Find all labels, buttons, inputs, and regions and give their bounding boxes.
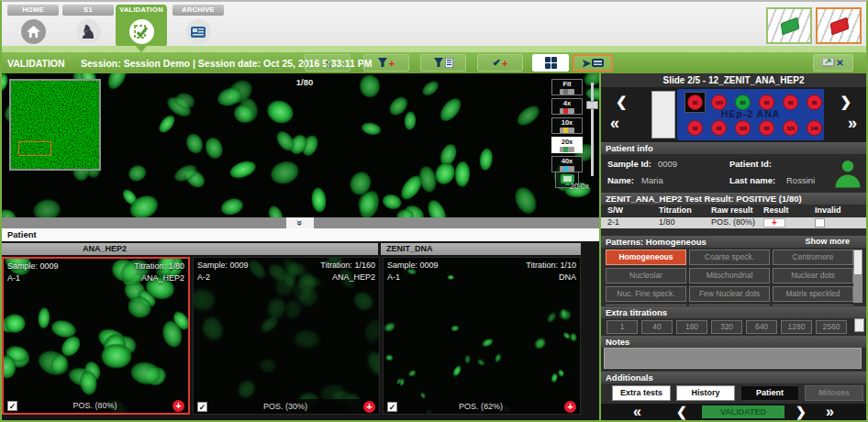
pattern-button-centromere[interactable]: Centromere (773, 250, 853, 265)
mitoses-button[interactable]: Mitoses (805, 385, 863, 401)
titration-button-1[interactable]: 1 (606, 320, 638, 334)
tab-home[interactable]: HOME (7, 5, 59, 46)
zoom-slider-thumb[interactable] (586, 101, 598, 109)
last-sample-button[interactable]: » (826, 404, 834, 420)
raw-result-value: POS. (80%) (711, 217, 755, 227)
thumb-titration: Titration: 1/80 (134, 261, 184, 271)
document-icon (445, 58, 453, 68)
overview-minimap[interactable] (9, 79, 101, 171)
show-more-link[interactable]: Show more (805, 236, 850, 248)
titration-button-320[interactable]: 320 (711, 320, 742, 334)
pattern-button-hidden[interactable] (689, 305, 770, 305)
tab-validation-label: VALIDATION (116, 5, 167, 16)
zoom-4x-button[interactable]: 4x (551, 98, 583, 115)
extra-titrations-row: 1 40 160 320 640 1280 2560 (601, 320, 866, 337)
thumbnail-zenit-dna-1-10[interactable]: Sample: 0009 Titration: 1/10 A-1 DNA ✓ P… (383, 257, 581, 415)
tab-accent-strip (0, 46, 868, 52)
red-key-keyboard[interactable] (816, 7, 862, 44)
patterns-scrollbar-thumb[interactable] (854, 250, 862, 274)
last-well-button[interactable]: » (848, 117, 857, 130)
positive-plus-icon[interactable]: + (564, 401, 576, 413)
zoom-20x-button[interactable]: 20x (551, 137, 583, 153)
filter-icon (378, 58, 388, 68)
pattern-button-matrix-speckled[interactable]: Matrix speckled (773, 286, 853, 302)
group-header-ana-hep2[interactable]: ANA_HEP2 (2, 243, 378, 255)
patient-person-icon[interactable] (832, 156, 863, 191)
thumb-result: POS. (82%) (397, 402, 564, 411)
tab-s1[interactable]: S1 (62, 5, 114, 46)
send-to-archive-button[interactable]: ➤ (573, 54, 613, 72)
patient-id-label: Patient Id: (729, 159, 772, 169)
green-key-keyboard[interactable] (766, 7, 812, 44)
thumb-checkbox[interactable]: ✓ (197, 402, 207, 412)
zoom-40x-button[interactable]: 40x (551, 156, 583, 172)
thumb-checkbox[interactable]: ✓ (7, 401, 17, 411)
validated-status-button[interactable]: VALIDATED (702, 405, 785, 418)
pattern-button-coarse-speck[interactable]: Coarse speck. (689, 250, 770, 265)
thumb-test-name: ANA_HEP2 (332, 272, 375, 282)
pattern-button-few-nuclear-dots[interactable]: Few Nuclear dots (689, 286, 770, 302)
pattern-button-nuc-fine-speck[interactable]: Nuc. Fine speck. (606, 286, 686, 302)
sort-button[interactable]: ↑↓ (305, 54, 351, 72)
titration-button-40[interactable]: 40 (641, 320, 673, 334)
first-well-button[interactable]: « (610, 117, 619, 130)
notes-textarea[interactable] (604, 348, 862, 369)
well[interactable]: 80 (759, 120, 774, 136)
next-sample-button[interactable]: ❯ (796, 404, 807, 420)
close-session-button[interactable]: ✕ (813, 54, 853, 72)
pattern-button-hidden[interactable] (606, 305, 686, 305)
well[interactable]: 160 (735, 120, 751, 136)
pattern-button-mitochondrial[interactable]: Mitochondrial (689, 268, 770, 283)
positive-plus-icon[interactable]: + (172, 400, 184, 412)
group-header-zenit-dna[interactable]: ZENIT_DNA (381, 243, 581, 255)
pattern-button-nucleolar[interactable]: Nucleolar (606, 268, 686, 283)
next-well-button[interactable]: ❯ (840, 94, 851, 108)
sample-id-value: 0009 (658, 159, 677, 169)
well[interactable]: 140 (807, 120, 822, 136)
well[interactable]: 320 (783, 120, 798, 136)
pattern-button-hidden[interactable] (773, 305, 853, 305)
positive-plus-icon[interactable]: + (363, 401, 375, 413)
sort-icon: ↑↓ (325, 58, 331, 69)
titration-value: 1/80 (659, 217, 675, 227)
validate-add-button[interactable]: ✔ + (477, 54, 523, 72)
titration-button-2560[interactable]: 2560 (816, 320, 847, 334)
zoom-fit-button[interactable]: Fit (551, 79, 583, 95)
history-button[interactable]: History (676, 385, 735, 401)
zoom-slider-track[interactable] (591, 83, 594, 176)
collapse-panel-button[interactable]: » (286, 217, 314, 228)
session-bar-title: VALIDATION (7, 58, 65, 69)
tab-archive[interactable]: ARCHIVE (172, 5, 224, 46)
collapse-bar: » (2, 217, 599, 228)
titration-button-1280[interactable]: 1280 (781, 320, 812, 334)
grid-view-button[interactable] (532, 54, 569, 72)
minimap-view-rectangle[interactable] (18, 141, 51, 156)
well[interactable]: 80 (687, 120, 703, 136)
test-result-row[interactable]: 2-1 1/80 POS. (80%) + (601, 217, 866, 228)
filter-report-button[interactable] (420, 54, 466, 72)
invalid-checkbox[interactable] (815, 218, 825, 228)
well[interactable]: 80 (711, 120, 727, 136)
pattern-button-homogeneous[interactable]: Homogeneous (606, 250, 686, 265)
titration-button-160[interactable]: 160 (676, 320, 707, 334)
thumb-well: A-1 (7, 273, 20, 283)
titrations-scrollbar-thumb[interactable] (854, 318, 864, 332)
filter-add-button[interactable]: + (363, 54, 409, 72)
test-result-columns: S/W Titration Raw result Result Invalid (601, 205, 866, 217)
patterns-scrollbar[interactable] (853, 250, 862, 303)
prev-sample-button[interactable]: ❮ (676, 404, 687, 420)
tab-validation[interactable]: VALIDATION (116, 5, 167, 47)
extra-tests-button[interactable]: Extra tests (612, 385, 671, 401)
first-sample-button[interactable]: « (633, 404, 641, 420)
tab-home-label: HOME (7, 5, 59, 16)
main-fluorescence-viewer[interactable]: 1/80 Fit 4x 10x 20x 40x 20.0x (2, 73, 599, 217)
thumbnail-ana-hep2-1-160[interactable]: Sample: 0009 Titration: 1/160 A-2 ANA_HE… (193, 257, 380, 415)
patient-button[interactable]: Patient (740, 385, 799, 401)
result-positive-icon[interactable]: + (763, 218, 785, 228)
zoom-10x-button[interactable]: 10x (551, 117, 583, 134)
pattern-button-nuclear-dots[interactable]: Nuclear dots (773, 268, 853, 283)
prev-well-button[interactable]: ❮ (616, 94, 628, 108)
thumb-checkbox[interactable]: ✓ (387, 402, 397, 412)
thumbnail-ana-hep2-1-80[interactable]: Sample: 0009 Titration: 1/80 A-1 ANA_HEP… (2, 257, 190, 415)
titration-button-640[interactable]: 640 (746, 320, 777, 334)
